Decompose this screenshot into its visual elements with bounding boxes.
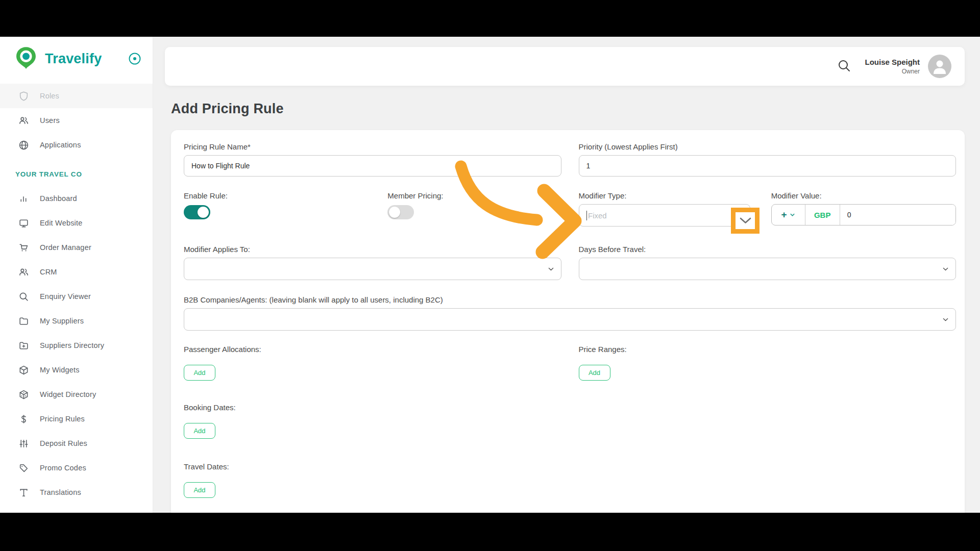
main-area: Louise Speight Owner Add Pricing Rule Pr… [153,37,980,513]
currency-selector[interactable]: GBP [805,205,840,225]
sidebar-item-my-widgets[interactable]: My Widgets [0,358,153,382]
sidebar-nav-top: Roles Users Applications [0,84,153,157]
priority-label: Priority (Lowest Applies First) [579,142,957,151]
sidebar-item-label: Users [40,116,60,124]
sidebar-item-label: Promo Codes [40,464,86,472]
operator-dropdown[interactable]: + [772,205,805,225]
sidebar-item-crm[interactable]: CRM [0,260,153,284]
sidebar-item-label: Dashboard [40,194,77,203]
b2b-label: B2B Companies/Agents: (leaving blank wil… [184,295,956,304]
days-before-travel-select[interactable] [579,258,957,280]
sidebar-section-label: YOUR TRAVEL CO [0,157,153,186]
letterbox-top [0,0,980,37]
letterbox-bottom [0,513,980,551]
avatar[interactable] [928,55,951,78]
sidebar-item-label: Edit Website [40,219,83,227]
search-icon [18,291,30,302]
brand-name: Travelify [45,51,128,67]
modifier-type-select[interactable]: Fixed [579,204,750,227]
users-icon [18,115,30,126]
plus-operator: + [781,209,787,220]
search-icon[interactable] [837,59,852,74]
sidebar-item-applications[interactable]: Applications [0,133,153,157]
sidebar-item-label: Applications [40,141,81,149]
price-ranges-add-button[interactable]: Add [579,365,610,381]
modifier-value-input[interactable] [840,205,955,225]
chevron-down-icon [942,316,949,323]
person-icon [928,55,951,78]
enable-rule-toggle[interactable] [184,205,210,219]
folder-plus-icon [18,340,30,351]
toggle-knob [198,207,209,218]
field-priority: Priority (Lowest Applies First) [579,142,957,177]
sidebar-item-enquiry-viewer[interactable]: Enquiry Viewer [0,284,153,309]
sidebar-item-label: Pricing Rules [40,415,85,423]
travelify-logo-icon [14,46,38,71]
sidebar-item-label: Order Manager [40,243,91,252]
text-caret [586,211,587,220]
sidebar-item-order-manager[interactable]: Order Manager [0,235,153,260]
folder-icon [18,315,30,327]
sidebar-item-deposit-rules[interactable]: Deposit Rules [0,431,153,456]
sidebar-item-label: My Widgets [40,366,80,374]
field-b2b: B2B Companies/Agents: (leaving blank wil… [184,295,956,331]
priority-input[interactable] [579,155,957,177]
modifier-applies-to-select[interactable] [184,258,561,280]
sidebar-item-dashboard[interactable]: Dashboard [0,186,153,211]
text-icon [18,487,30,498]
sidebar-item-edit-website[interactable]: Edit Website [0,211,153,235]
member-pricing-label: Member Pricing: [387,191,561,200]
field-modifier-type: Modifier Type: Fixed [579,191,750,227]
sidebar-collapse-icon[interactable] [128,52,141,65]
sidebar-item-label: Suppliers Directory [40,341,104,349]
passenger-allocations-label: Passenger Allocations: [184,345,561,354]
field-modifier-applies-to: Modifier Applies To: [184,245,561,280]
sidebar-item-label: Translations [40,488,81,496]
days-before-travel-label: Days Before Travel: [579,245,957,254]
users-icon [18,266,30,278]
modifier-applies-to-label: Modifier Applies To: [184,245,561,254]
pricing-rule-name-label: Pricing Rule Name* [184,142,561,151]
app-window: Travelify Roles Users [0,37,980,513]
sidebar-nav-company: Dashboard Edit Website Order Manager CRM [0,186,153,505]
sidebar-item-widget-directory[interactable]: Widget Directory [0,382,153,407]
field-days-before-travel: Days Before Travel: [579,245,957,280]
passenger-allocations-add-button[interactable]: Add [184,365,215,381]
sidebar-item-promo-codes[interactable]: Promo Codes [0,456,153,480]
enable-rule-label: Enable Rule: [184,191,387,200]
field-passenger-allocations: Passenger Allocations: Add [184,345,561,381]
cube-dots-icon [18,389,30,400]
booking-dates-label: Booking Dates: [184,403,956,412]
sidebar-item-users[interactable]: Users [0,108,153,133]
field-price-ranges: Price Ranges: Add [579,345,957,381]
member-pricing-toggle[interactable] [387,205,414,219]
pricing-rule-name-input[interactable] [184,155,561,177]
field-modifier-value: Modifier Value: + GBP [771,191,956,227]
field-pricing-rule-name: Pricing Rule Name* [184,142,561,177]
sidebar-item-label: Enquiry Viewer [40,292,91,300]
field-enable-rule: Enable Rule: [184,191,387,227]
field-member-pricing: Member Pricing: [387,191,561,227]
cube-icon [18,364,30,375]
sidebar-item-pricing-rules[interactable]: Pricing Rules [0,407,153,431]
sidebar-item-label: My Suppliers [40,317,84,325]
b2b-select[interactable] [184,308,956,331]
sidebar-item-label: Roles [40,92,59,100]
travel-dates-label: Travel Dates: [184,462,956,471]
field-booking-dates: Booking Dates: Add [184,403,956,439]
brand-header: Travelify [0,37,153,81]
sidebar-item-label: Widget Directory [40,390,96,398]
sliders-icon [18,438,30,449]
booking-dates-add-button[interactable]: Add [184,423,215,439]
tag-icon [18,462,30,473]
sidebar-item-my-suppliers[interactable]: My Suppliers [0,309,153,333]
modifier-value-label: Modifier Value: [771,191,956,200]
travel-dates-add-button[interactable]: Add [184,482,215,498]
sidebar: Travelify Roles Users [0,37,153,513]
user-role: Owner [865,68,920,75]
user-name: Louise Speight [865,58,920,66]
pricing-rule-form: Pricing Rule Name* Priority (Lowest Appl… [171,130,965,513]
sidebar-item-suppliers-directory[interactable]: Suppliers Directory [0,333,153,358]
sidebar-item-translations[interactable]: Translations [0,480,153,505]
sidebar-item-roles[interactable]: Roles [0,84,153,108]
